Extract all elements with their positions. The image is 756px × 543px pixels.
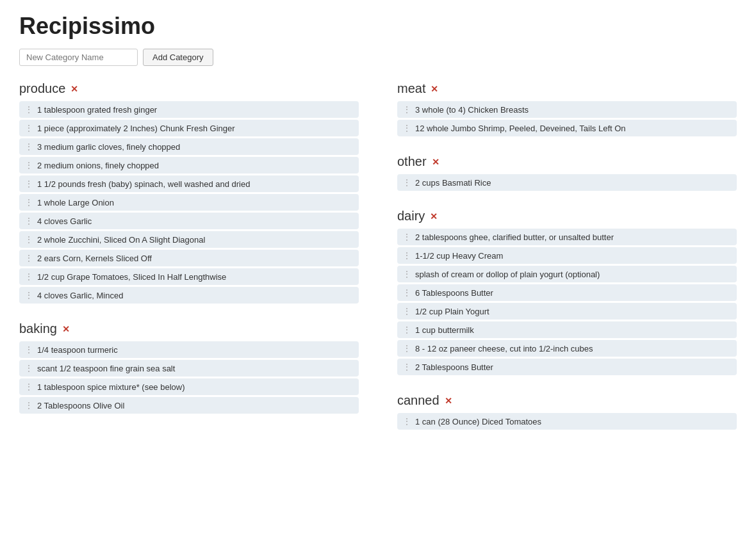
category-title-other: other [397, 154, 427, 169]
categories-grid: produce✕⋮1 tablespoon grated fresh ginge… [19, 81, 737, 448]
drag-handle-icon[interactable]: ⋮ [402, 325, 411, 335]
ingredient-text: 2 tablespoons ghee, clarified butter, or… [415, 232, 732, 242]
drag-handle-icon[interactable]: ⋮ [402, 250, 411, 261]
ingredient-text: 2 whole Zucchini, Sliced On A Slight Dia… [37, 235, 354, 245]
category-section-produce: produce✕⋮1 tablespoon grated fresh ginge… [19, 81, 359, 304]
ingredient-list-baking: ⋮1/4 teaspoon turmeric⋮scant 1/2 teaspoo… [19, 341, 359, 414]
ingredient-text: 1 can (28 Ounce) Diced Tomatoes [415, 417, 732, 426]
ingredient-list-dairy: ⋮2 tablespoons ghee, clarified butter, o… [397, 229, 737, 375]
drag-handle-icon[interactable]: ⋮ [24, 382, 33, 392]
category-title-dairy: dairy [397, 209, 425, 223]
category-header-produce: produce✕ [19, 81, 359, 96]
ingredient-text: splash of cream or dollop of plain yogur… [415, 270, 732, 279]
list-item: ⋮1/2 cup Grape Tomatoes, Sliced In Half … [19, 268, 359, 285]
list-item: ⋮1 cup buttermilk [397, 321, 737, 338]
app-title: Recipissimo [19, 13, 737, 40]
drag-handle-icon[interactable]: ⋮ [24, 216, 33, 226]
ingredient-text: 12 whole Jumbo Shrimp, Peeled, Deveined,… [415, 124, 732, 133]
ingredient-list-canned: ⋮1 can (28 Ounce) Diced Tomatoes [397, 413, 737, 430]
list-item: ⋮8 - 12 oz paneer cheese, cut into 1/2-i… [397, 340, 737, 357]
category-header-dairy: dairy✕ [397, 209, 737, 223]
list-item: ⋮6 Tablespoons Butter [397, 284, 737, 301]
category-header-meat: meat✕ [397, 81, 737, 96]
ingredient-text: 1/2 cup Plain Yogurt [415, 307, 732, 316]
ingredient-text: 6 Tablespoons Butter [415, 288, 732, 298]
drag-handle-icon[interactable]: ⋮ [24, 160, 33, 170]
delete-category-other[interactable]: ✕ [432, 158, 440, 166]
drag-handle-icon[interactable]: ⋮ [402, 288, 411, 298]
ingredient-text: 2 cups Basmati Rice [415, 178, 732, 188]
category-section-dairy: dairy✕⋮2 tablespoons ghee, clarified but… [397, 209, 737, 375]
ingredient-text: 1/4 teaspoon turmeric [37, 345, 354, 355]
list-item: ⋮4 cloves Garlic, Minced [19, 287, 359, 304]
ingredient-text: 8 - 12 oz paneer cheese, cut into 1/2-in… [415, 344, 732, 353]
ingredient-text: 1 1/2 pounds fresh (baby) spinach, well … [37, 179, 354, 189]
drag-handle-icon[interactable]: ⋮ [24, 142, 33, 152]
ingredient-text: 1 cup buttermilk [415, 325, 732, 335]
list-item: ⋮3 medium garlic cloves, finely chopped [19, 138, 359, 155]
category-title-meat: meat [397, 81, 425, 96]
drag-handle-icon[interactable]: ⋮ [402, 123, 411, 133]
list-item: ⋮1 tablespoon spice mixture* (see below) [19, 378, 359, 395]
ingredient-text: 4 cloves Garlic, Minced [37, 291, 354, 300]
top-bar: Add Category [19, 49, 737, 66]
add-category-button[interactable]: Add Category [143, 49, 213, 66]
drag-handle-icon[interactable]: ⋮ [24, 234, 33, 245]
drag-handle-icon[interactable]: ⋮ [24, 253, 33, 263]
drag-handle-icon[interactable]: ⋮ [402, 306, 411, 316]
category-section-other: other✕⋮2 cups Basmati Rice [397, 154, 737, 191]
category-title-canned: canned [397, 393, 440, 408]
drag-handle-icon[interactable]: ⋮ [24, 272, 33, 282]
delete-category-canned[interactable]: ✕ [445, 396, 452, 405]
drag-handle-icon[interactable]: ⋮ [24, 179, 33, 189]
drag-handle-icon[interactable]: ⋮ [24, 400, 33, 410]
drag-handle-icon[interactable]: ⋮ [24, 344, 33, 355]
list-item: ⋮2 whole Zucchini, Sliced On A Slight Di… [19, 231, 359, 248]
ingredient-text: 2 medium onions, finely chopped [37, 161, 354, 170]
list-item: ⋮4 cloves Garlic [19, 213, 359, 229]
list-item: ⋮1 tablespoon grated fresh ginger [19, 101, 359, 118]
delete-category-produce[interactable]: ✕ [70, 85, 78, 93]
ingredient-text: scant 1/2 teaspoon fine grain sea salt [37, 364, 354, 373]
list-item: ⋮2 ears Corn, Kernels Sliced Off [19, 250, 359, 266]
ingredient-list-produce: ⋮1 tablespoon grated fresh ginger⋮1 piec… [19, 101, 359, 304]
category-section-canned: canned✕⋮1 can (28 Ounce) Diced Tomatoes [397, 393, 737, 430]
category-header-canned: canned✕ [397, 393, 737, 408]
list-item: ⋮scant 1/2 teaspoon fine grain sea salt [19, 360, 359, 377]
drag-handle-icon[interactable]: ⋮ [24, 363, 33, 373]
ingredient-text: 1 whole Large Onion [37, 198, 354, 207]
drag-handle-icon[interactable]: ⋮ [402, 232, 411, 242]
list-item: ⋮2 Tablespoons Olive Oil [19, 397, 359, 414]
drag-handle-icon[interactable]: ⋮ [402, 362, 411, 372]
ingredient-text: 3 medium garlic cloves, finely chopped [37, 142, 354, 152]
delete-category-baking[interactable]: ✕ [62, 325, 70, 334]
drag-handle-icon[interactable]: ⋮ [24, 104, 33, 115]
delete-category-dairy[interactable]: ✕ [430, 212, 438, 221]
ingredient-text: 2 ears Corn, Kernels Sliced Off [37, 254, 354, 263]
list-item: ⋮1 piece (approximately 2 Inches) Chunk … [19, 120, 359, 136]
drag-handle-icon[interactable]: ⋮ [402, 104, 411, 115]
drag-handle-icon[interactable]: ⋮ [24, 123, 33, 133]
list-item: ⋮1/4 teaspoon turmeric [19, 341, 359, 358]
list-item: ⋮1 can (28 Ounce) Diced Tomatoes [397, 413, 737, 430]
category-title-produce: produce [19, 81, 65, 96]
ingredient-text: 4 cloves Garlic [37, 216, 354, 226]
new-category-input[interactable] [19, 49, 138, 66]
drag-handle-icon[interactable]: ⋮ [24, 290, 33, 300]
ingredient-list-other: ⋮2 cups Basmati Rice [397, 174, 737, 191]
drag-handle-icon[interactable]: ⋮ [402, 269, 411, 279]
delete-category-meat[interactable]: ✕ [431, 85, 438, 93]
list-item: ⋮1 1/2 pounds fresh (baby) spinach, well… [19, 175, 359, 192]
list-item: ⋮3 whole (to 4) Chicken Breasts [397, 101, 737, 118]
list-item: ⋮1-1/2 cup Heavy Cream [397, 247, 737, 264]
ingredient-text: 3 whole (to 4) Chicken Breasts [415, 105, 732, 115]
ingredient-text: 1 piece (approximately 2 Inches) Chunk F… [37, 124, 354, 133]
drag-handle-icon[interactable]: ⋮ [402, 416, 411, 426]
drag-handle-icon[interactable]: ⋮ [402, 343, 411, 353]
category-header-baking: baking✕ [19, 321, 359, 336]
category-section-baking: baking✕⋮1/4 teaspoon turmeric⋮scant 1/2 … [19, 321, 359, 414]
drag-handle-icon[interactable]: ⋮ [24, 197, 33, 207]
ingredient-text: 2 Tablespoons Olive Oil [37, 401, 354, 410]
ingredient-text: 1/2 cup Grape Tomatoes, Sliced In Half L… [37, 272, 354, 282]
drag-handle-icon[interactable]: ⋮ [402, 177, 411, 188]
